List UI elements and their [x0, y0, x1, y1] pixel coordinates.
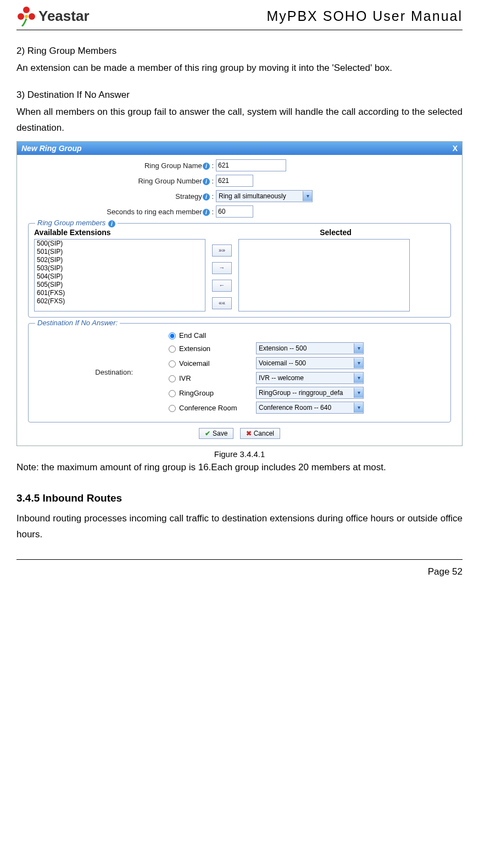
destination-option-row: VoicemailVoicemail -- 500▾: [166, 357, 364, 369]
list-item[interactable]: 602(FXS): [35, 297, 205, 305]
document-title: MyPBX SOHO User Manual: [266, 8, 463, 24]
flower-icon: [16, 5, 36, 26]
section-3-body: When all members on this group fail to a…: [16, 104, 463, 136]
destination-option-label: Voicemail: [179, 359, 256, 368]
destination-option-label: IVR: [179, 374, 256, 382]
info-icon[interactable]: i: [203, 193, 210, 201]
list-item[interactable]: 601(FXS): [35, 289, 205, 297]
close-icon[interactable]: X: [453, 144, 458, 153]
save-label: Save: [213, 430, 227, 437]
section-2-body: An extension can be made a member of thi…: [16, 60, 463, 76]
destination-radio[interactable]: [169, 332, 176, 340]
destination-option-row: IVRIVR -- welcome▾: [166, 372, 364, 384]
dialog-title: New Ring Group: [21, 144, 82, 153]
svg-point-1: [18, 13, 24, 20]
chevron-down-icon: ▾: [354, 343, 363, 353]
ring-group-name-label: Ring Group Namei :: [27, 162, 216, 170]
check-icon: ✔: [205, 430, 210, 437]
move-left-button[interactable]: ←: [212, 280, 232, 292]
note-text: Note: the maximum amount of ring group i…: [16, 460, 463, 476]
destination-select-value: Extension -- 500: [259, 344, 307, 352]
destination-select[interactable]: Extension -- 500▾: [256, 342, 364, 354]
destination-legend: Destination If No Answer:: [35, 319, 120, 327]
destination-select[interactable]: Conference Room -- 640▾: [256, 402, 364, 414]
destination-option-label: RingGroup: [179, 389, 256, 397]
page-header: Yeastar MyPBX SOHO User Manual: [16, 5, 463, 30]
destination-option-row: End Call: [166, 331, 364, 340]
list-item[interactable]: 501(SIP): [35, 248, 205, 256]
selected-extensions-list[interactable]: [238, 239, 410, 311]
chevron-down-icon: ▾: [303, 191, 312, 201]
ring-group-name-input[interactable]: [216, 159, 286, 171]
destination-option-row: ExtensionExtension -- 500▾: [166, 342, 364, 354]
list-item[interactable]: 505(SIP): [35, 281, 205, 289]
list-item[interactable]: 504(SIP): [35, 272, 205, 281]
list-item[interactable]: 500(SIP): [35, 240, 205, 248]
cancel-button[interactable]: ✖ Cancel: [240, 428, 280, 439]
cancel-label: Cancel: [254, 430, 274, 437]
destination-side-label: Destination:: [34, 368, 144, 376]
svg-point-0: [23, 7, 30, 13]
new-ring-group-dialog: New Ring Group X Ring Group Namei : Ring…: [16, 141, 463, 446]
chevron-down-icon: ▾: [354, 403, 363, 413]
seconds-input[interactable]: [216, 205, 253, 218]
info-icon[interactable]: i: [203, 209, 210, 216]
x-icon: ✖: [246, 430, 252, 437]
available-extensions-list[interactable]: 500(SIP)501(SIP)502(SIP)503(SIP)504(SIP)…: [34, 239, 205, 311]
dialog-titlebar: New Ring Group X: [17, 142, 462, 155]
ring-group-number-input[interactable]: [216, 175, 253, 187]
info-icon[interactable]: i: [203, 178, 210, 185]
destination-select[interactable]: Voicemail -- 500▾: [256, 357, 364, 369]
strategy-value: Ring all simultaneously: [219, 192, 286, 200]
list-item[interactable]: 503(SIP): [35, 264, 205, 272]
members-legend: Ring Group members i: [35, 219, 118, 227]
chevron-down-icon: ▾: [354, 388, 363, 398]
destination-radio[interactable]: [169, 375, 176, 382]
destination-select-value: Conference Room -- 640: [259, 404, 331, 411]
seconds-label: Seconds to ring each memberi :: [27, 208, 216, 216]
destination-select[interactable]: IVR -- welcome▾: [256, 372, 364, 384]
destination-radio[interactable]: [169, 405, 176, 412]
subsection-title: 3.4.5 Inbound Routes: [16, 492, 463, 504]
destination-option-row: Conference RoomConference Room -- 640▾: [166, 402, 364, 414]
section-3-title: 3) Destination If No Answer: [16, 87, 463, 103]
strategy-select[interactable]: Ring all simultaneously ▾: [216, 190, 313, 202]
destination-option-label: Extension: [179, 344, 256, 353]
ring-group-members-fieldset: Ring Group members i Available Extension…: [28, 223, 451, 318]
strategy-label: Strategyi :: [27, 192, 216, 201]
move-all-right-button[interactable]: »»: [212, 244, 232, 257]
available-heading: Available Extensions: [34, 228, 226, 237]
destination-radio[interactable]: [169, 360, 176, 368]
svg-point-2: [29, 13, 35, 20]
ring-group-number-label: Ring Group Numberi :: [27, 177, 216, 185]
section-2-title: 2) Ring Group Members: [16, 43, 463, 59]
page-footer: Page 52: [16, 559, 463, 577]
destination-select-value: RingGroup -- ringgroup_defa: [259, 389, 343, 397]
info-icon[interactable]: i: [203, 163, 210, 170]
destination-radio[interactable]: [169, 346, 176, 353]
destination-radio[interactable]: [169, 390, 176, 397]
info-icon[interactable]: i: [108, 220, 115, 227]
list-item[interactable]: 502(SIP): [35, 256, 205, 264]
destination-select[interactable]: RingGroup -- ringgroup_defa▾: [256, 387, 364, 399]
svg-point-3: [25, 15, 28, 18]
destination-option-row: RingGroupRingGroup -- ringgroup_defa▾: [166, 387, 364, 399]
save-button[interactable]: ✔ Save: [199, 428, 233, 439]
brand-text: Yeastar: [38, 8, 90, 25]
brand-logo: Yeastar: [16, 5, 90, 26]
figure-caption: Figure 3.4.4.1: [16, 449, 463, 459]
destination-option-label: Conference Room: [179, 404, 256, 412]
destination-select-value: IVR -- welcome: [259, 374, 304, 382]
chevron-down-icon: ▾: [354, 358, 363, 368]
subsection-body: Inbound routing processes incoming call …: [16, 511, 463, 543]
selected-heading: Selected: [226, 228, 445, 237]
destination-select-value: Voicemail -- 500: [259, 359, 306, 367]
move-right-button[interactable]: →: [212, 262, 232, 274]
destination-fieldset: Destination If No Answer: Destination: E…: [28, 323, 451, 422]
chevron-down-icon: ▾: [354, 373, 363, 383]
move-all-left-button[interactable]: ««: [212, 297, 232, 309]
destination-option-label: End Call: [179, 331, 256, 340]
